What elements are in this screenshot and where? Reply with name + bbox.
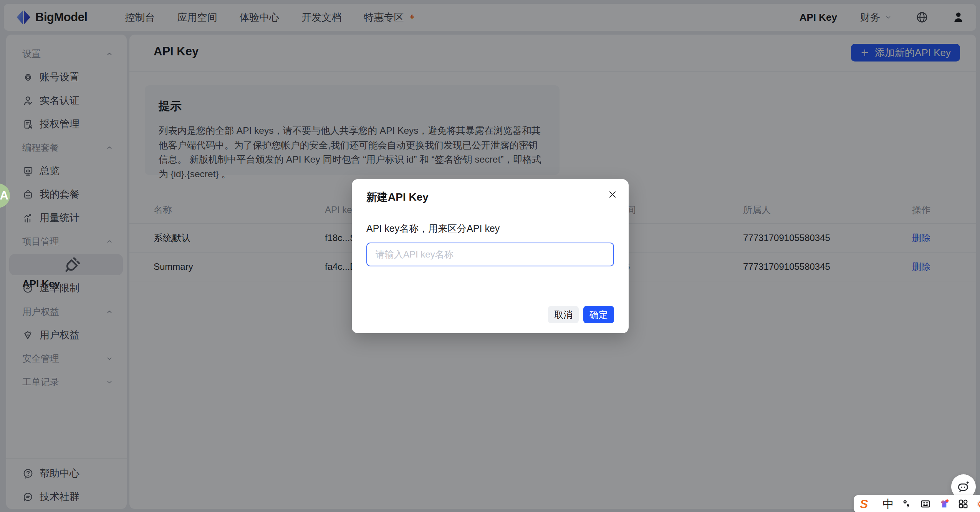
ime-sogou-logo[interactable]: S [860,498,868,510]
chat-robot-icon [957,480,970,494]
ime-language-mode[interactable]: 中 [882,499,894,510]
cancel-button[interactable]: 取消 [548,306,579,323]
ime-toolbox-grid-icon[interactable] [957,498,969,510]
modal-footer-divider [352,293,629,293]
assistant-edge-letter: A [0,189,8,203]
ime-punctuation-icon[interactable] [901,498,912,510]
close-icon [607,189,618,200]
ime-emoji-face-icon[interactable] [976,498,980,510]
modal-close-button[interactable] [607,189,618,200]
modal-title: 新建API Key [366,190,429,204]
api-key-name-input[interactable] [366,243,614,266]
new-api-key-modal: 新建API Key API key名称，用来区分API key 取消 确定 [352,179,629,333]
ime-toolbar: S 中 [854,495,980,512]
confirm-button[interactable]: 确定 [583,306,614,323]
api-key-name-label: API key名称，用来区分API key [366,222,500,235]
ime-keyboard-icon[interactable] [920,498,931,510]
modal-actions: 取消 确定 [548,306,614,323]
bigmodel-console-page: BigModel 控制台 应用空间 体验中心 开发文档 特惠专区 API Key [0,0,980,512]
ime-skin-icon[interactable] [939,498,950,510]
